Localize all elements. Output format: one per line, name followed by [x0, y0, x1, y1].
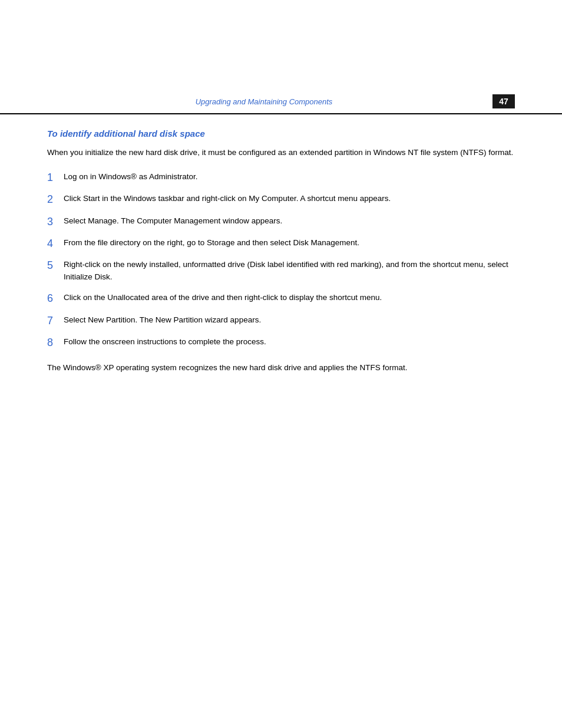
list-item: 1Log on in Windows® as Administrator.: [47, 171, 515, 185]
steps-list: 1Log on in Windows® as Administrator.2Cl…: [47, 171, 515, 350]
step-text: Click Start in the Windows taskbar and r…: [64, 193, 515, 205]
step-number: 6: [47, 292, 64, 305]
page: Upgrading and Maintaining Components 47 …: [0, 0, 562, 728]
list-item: 6Click on the Unallocated area of the dr…: [47, 292, 515, 305]
list-item: 7Select New Partition. The New Partition…: [47, 314, 515, 328]
list-item: 5Right-click on the newly installed, unf…: [47, 259, 515, 284]
page-number-badge: 47: [492, 94, 515, 108]
page-header: Upgrading and Maintaining Components 47: [0, 0, 562, 114]
step-number: 1: [47, 171, 64, 185]
step-number: 7: [47, 314, 64, 328]
list-item: 4From the file directory on the right, g…: [47, 237, 515, 251]
step-text: From the file directory on the right, go…: [64, 237, 515, 249]
step-number: 4: [47, 237, 64, 251]
step-number: 2: [47, 193, 64, 206]
footer-paragraph: The Windows® XP operating system recogni…: [47, 362, 515, 374]
content-area: To identify additional hard disk space W…: [0, 129, 562, 397]
list-item: 2Click Start in the Windows taskbar and …: [47, 193, 515, 206]
list-item: 3Select Manage. The Computer Management …: [47, 215, 515, 229]
step-text: Select Manage. The Computer Management w…: [64, 215, 515, 228]
step-text: Log on in Windows® as Administrator.: [64, 171, 515, 183]
step-number: 8: [47, 336, 64, 350]
step-text: Follow the onscreen instructions to comp…: [64, 336, 515, 348]
header-title: Upgrading and Maintaining Components: [47, 97, 492, 106]
step-text: Right-click on the newly installed, unfo…: [64, 259, 515, 284]
list-item: 8Follow the onscreen instructions to com…: [47, 336, 515, 350]
step-number: 5: [47, 259, 64, 272]
step-text: Click on the Unallocated area of the dri…: [64, 292, 515, 304]
intro-paragraph: When you initialize the new hard disk dr…: [47, 147, 515, 159]
step-text: Select New Partition. The New Partition …: [64, 314, 515, 327]
section-title: To identify additional hard disk space: [47, 129, 515, 139]
step-number: 3: [47, 215, 64, 229]
